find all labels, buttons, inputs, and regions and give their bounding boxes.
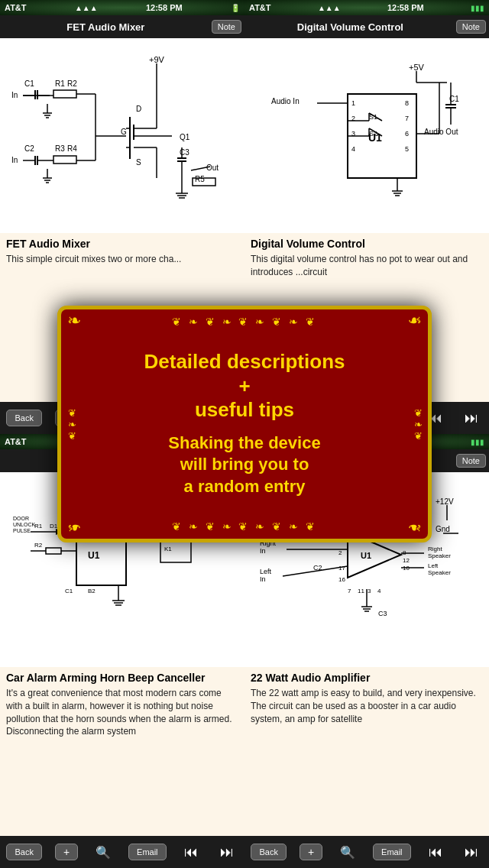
panel-header-dvc: Digital Volume Control Note: [244, 15, 489, 38]
plus-button-car[interactable]: +: [55, 844, 78, 860]
svg-text:In: In: [11, 91, 18, 99]
svg-text:6: 6: [405, 130, 409, 138]
text-area-car: Car Alarm Arming Horn Beep Canceller It'…: [0, 667, 244, 836]
svg-text:R3: R3: [55, 144, 65, 153]
circuit-desc-dvc: This digital volume control has no pot t…: [251, 253, 483, 279]
panel-title-fet: FET Audio Mixer: [0, 21, 212, 33]
toolbar-car: Back + 🔍 Email ⏮ ⏭: [0, 836, 244, 868]
circuit-diagram-fet: +9V In C1 R1 R2 Q1: [0, 38, 244, 233]
svg-rect-64: [445, 104, 456, 105]
svg-text:3: 3: [368, 588, 371, 594]
svg-text:8: 8: [405, 99, 409, 107]
prev-button-22w[interactable]: ⏮: [424, 843, 447, 862]
status-time-tl: 12:58 PM: [146, 3, 183, 12]
svg-text:Speaker: Speaker: [428, 552, 451, 559]
svg-text:Out: Out: [206, 164, 219, 172]
svg-text:R1: R1: [34, 523, 43, 530]
svg-text:12: 12: [403, 557, 410, 564]
svg-rect-34: [177, 160, 186, 162]
circuit-desc-fet: This simple circuit mixes two or more ch…: [6, 253, 238, 266]
circuit-desc-car: It's a great convenience that most moder…: [6, 687, 238, 738]
text-area-22w: 22 Watt Audio Amplifier The 22 watt amp …: [244, 667, 489, 836]
circuit-diagram-dvc: +5V C1 U1 1 2 3 4 8 7 6 5 Audio In: [244, 38, 489, 233]
svg-text:R4: R4: [67, 144, 77, 153]
svg-text:U1: U1: [361, 551, 371, 560]
next-button-22w[interactable]: ⏭: [460, 843, 483, 862]
circuit-svg-fet: +9V In C1 R1 R2 Q1: [8, 52, 237, 220]
svg-text:4: 4: [351, 145, 355, 153]
next-button-dvc[interactable]: ⏭: [460, 409, 483, 428]
note-button-22w[interactable]: Note: [456, 454, 486, 468]
svg-rect-49: [37, 156, 38, 165]
svg-text:B2: B2: [88, 588, 96, 594]
note-button-fet[interactable]: Note: [212, 20, 241, 34]
plus-button-22w[interactable]: +: [300, 844, 322, 860]
svg-text:+9V: +9V: [149, 55, 165, 64]
svg-text:R2: R2: [34, 542, 43, 549]
overlay-line5: will bring you to: [180, 454, 309, 476]
svg-text:In: In: [260, 575, 266, 583]
svg-text:C2: C2: [24, 144, 34, 153]
back-button-fet[interactable]: Back: [6, 410, 41, 426]
svg-text:Right: Right: [428, 546, 442, 552]
status-carrier-bl: AT&T: [5, 437, 27, 446]
svg-text:R1: R1: [55, 79, 65, 88]
svg-text:5: 5: [405, 145, 409, 153]
overlay-line2: +: [238, 374, 250, 398]
svg-text:UNLOCK: UNLOCK: [13, 522, 36, 527]
svg-text:R5: R5: [195, 175, 205, 183]
svg-text:C1: C1: [24, 79, 34, 88]
back-button-car[interactable]: Back: [6, 844, 41, 860]
svg-text:Audio Out: Audio Out: [424, 128, 458, 136]
svg-text:Audio In: Audio In: [271, 97, 300, 105]
svg-text:Left: Left: [260, 568, 272, 575]
svg-rect-7: [37, 90, 38, 99]
note-button-dvc[interactable]: Note: [456, 20, 486, 34]
overlay-popup[interactable]: ❧ ❧ ❧ ❧ ❦ ❧ ❦ ❧ ❦ ❧ ❦ ❧ ❦ ❦ ❧ ❦ ❧ ❦ ❧ ❦ …: [57, 306, 432, 542]
svg-rect-33: [177, 157, 186, 159]
overlay-line6: a random entry: [184, 476, 306, 498]
svg-text:16: 16: [338, 576, 345, 583]
overlay-line3: useful tips: [195, 398, 294, 422]
email-button-car[interactable]: Email: [128, 844, 167, 860]
svg-text:DOOR: DOOR: [13, 516, 29, 521]
email-button-22w[interactable]: Email: [373, 844, 411, 860]
svg-text:+12V: +12V: [436, 497, 454, 506]
svg-text:PULSE: PULSE: [13, 528, 31, 533]
circuit-name-car: Car Alarm Arming Horn Beep Canceller: [6, 672, 238, 684]
back-button-22w[interactable]: Back: [251, 844, 286, 860]
svg-text:7: 7: [405, 115, 409, 122]
svg-text:+5V: +5V: [409, 63, 425, 72]
svg-text:D: D: [136, 105, 141, 113]
svg-text:Speaker: Speaker: [428, 569, 451, 576]
svg-text:R2: R2: [67, 79, 77, 88]
circuit-name-22w: 22 Watt Audio Amplifier: [251, 672, 483, 684]
circuit-svg-dvc: +5V C1 U1 1 2 3 4 8 7 6 5 Audio In: [256, 60, 478, 212]
status-carrier-tr: AT&T: [249, 3, 271, 12]
status-time-tr: 12:58 PM: [387, 3, 424, 12]
svg-text:7: 7: [348, 588, 351, 594]
next-button-car[interactable]: ⏭: [215, 843, 238, 862]
svg-text:In: In: [11, 156, 18, 164]
svg-text:U1: U1: [88, 550, 100, 561]
svg-text:11: 11: [358, 588, 364, 594]
svg-text:2: 2: [338, 549, 342, 556]
svg-text:C3: C3: [180, 148, 189, 157]
search-button-car[interactable]: 🔍: [91, 842, 115, 863]
search-button-22w[interactable]: 🔍: [335, 842, 360, 863]
panel-title-dvc: Digital Volume Control: [244, 21, 456, 33]
status-carrier-tl: AT&T: [5, 3, 27, 12]
svg-text:C1: C1: [65, 588, 73, 594]
status-wifi-tl: ▲▲▲: [75, 4, 98, 12]
circuit-name-dvc: Digital Volume Control: [251, 238, 483, 250]
status-battery-tr: ▮▮▮: [471, 4, 484, 12]
svg-text:In: In: [260, 547, 266, 555]
svg-text:S: S: [136, 158, 141, 167]
svg-text:Left: Left: [428, 562, 439, 569]
circuit-desc-22w: The 22 watt amp is easy to build, and ve…: [251, 687, 483, 725]
status-battery-br: ▮▮▮: [471, 438, 484, 446]
prev-button-car[interactable]: ⏮: [180, 843, 202, 862]
svg-rect-11: [53, 90, 76, 98]
svg-rect-52: [53, 156, 76, 164]
overlay-line1: Detailed descriptions: [144, 350, 345, 374]
